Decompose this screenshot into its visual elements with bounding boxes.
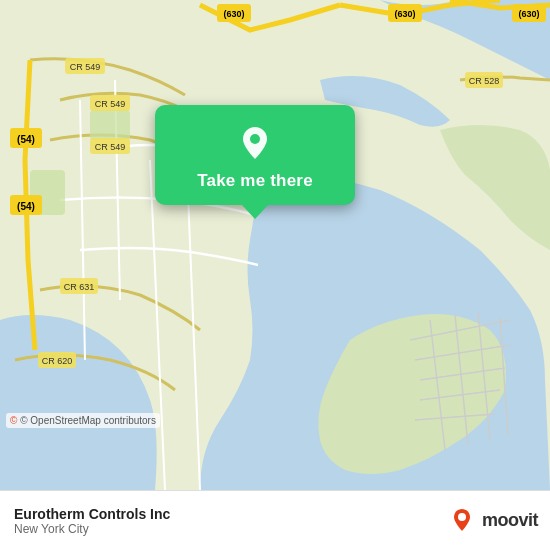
- bottom-bar: Eurotherm Controls Inc New York City moo…: [0, 490, 550, 550]
- moovit-logo: moovit: [448, 507, 538, 535]
- svg-text:CR 631: CR 631: [64, 282, 95, 292]
- svg-text:CR 549: CR 549: [95, 99, 126, 109]
- location-info: Eurotherm Controls Inc New York City: [14, 506, 170, 536]
- map-container: (54) (54) (630) (630) (630) CR 549 CR 54…: [0, 0, 550, 490]
- svg-text:(54): (54): [17, 134, 35, 145]
- svg-text:CR 549: CR 549: [95, 142, 126, 152]
- svg-text:(54): (54): [17, 201, 35, 212]
- location-pin-icon: [235, 123, 275, 163]
- svg-text:CR 528: CR 528: [469, 76, 500, 86]
- take-me-there-button[interactable]: Take me there: [197, 171, 313, 191]
- popup-card: Take me there: [155, 105, 355, 205]
- moovit-pin-icon: [448, 507, 476, 535]
- moovit-text: moovit: [482, 510, 538, 531]
- location-name: Eurotherm Controls Inc: [14, 506, 170, 522]
- svg-rect-1: [90, 110, 130, 140]
- svg-point-25: [250, 134, 260, 144]
- svg-text:CR 549: CR 549: [70, 62, 101, 72]
- svg-text:(630): (630): [223, 9, 244, 19]
- map-attribution: © © OpenStreetMap contributors: [6, 413, 160, 428]
- svg-text:(630): (630): [518, 9, 539, 19]
- svg-point-26: [458, 513, 466, 521]
- svg-text:CR 620: CR 620: [42, 356, 73, 366]
- location-city: New York City: [14, 522, 170, 536]
- svg-text:(630): (630): [394, 9, 415, 19]
